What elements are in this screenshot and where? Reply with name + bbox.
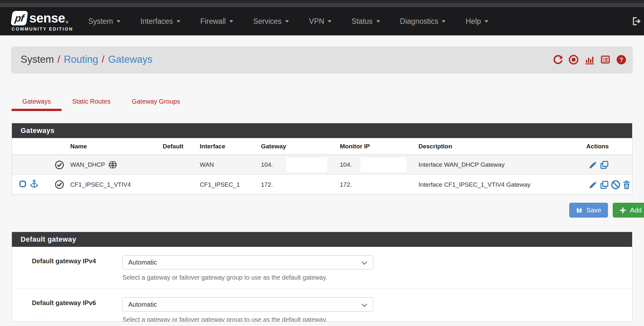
breadcrumb-separator: / [54,54,64,65]
breadcrumb: System / Routing / Gateways [21,54,152,65]
caret-down-icon [328,20,332,23]
col-actions: Actions [584,138,632,154]
default-gateway-ipv6-label: Default gateway IPv6 [32,299,96,307]
anchor-icon [30,179,39,190]
ban-icon[interactable] [611,180,620,190]
caret-down-icon [285,20,289,23]
col-description: Description [415,138,584,154]
gateway-ip: 172. [261,181,273,188]
col-name: Name [68,138,160,154]
menu-services[interactable]: Services [243,7,299,35]
ipv6-help-text: Select a gateway or failover gateway gro… [122,316,327,322]
description-cell: Interface CF1_IPSEC_1_VTIV4 Gateway [415,175,584,194]
table-row-wan-dhcp: WAN_DHCP WAN 104. 104. Interface WAN_DHC… [12,155,632,174]
chevron-down-icon [362,259,367,265]
ipv4-help-text: Select a gateway or failover gateway gro… [122,274,327,281]
top-navbar: pf sense ® COMMUNITY EDITION System Inte… [0,7,644,35]
default-cell [160,155,197,174]
monitor-ip: 172. [340,181,352,188]
default-gateway-ipv6-select[interactable]: Automatic [122,297,373,312]
menu-firewall[interactable]: Firewall [190,7,243,35]
main-menu: System Interfaces Firewall Services VPN … [78,7,498,35]
trash-icon[interactable] [622,180,631,190]
menu-status[interactable]: Status [341,7,390,35]
default-gateway-panel-title: Default gateway [12,232,632,247]
tab-static-routes[interactable]: Static Routes [62,94,121,111]
form-row-ipv4: Default gateway IPv4 Automatic Select a … [12,247,632,288]
globe-icon [108,160,118,170]
breadcrumb-gateways-link[interactable]: Gateways [108,54,152,65]
log-icon[interactable] [600,54,610,65]
pfsense-logo[interactable]: pf sense ® COMMUNITY EDITION [12,11,73,32]
routing-tabs: Gateways Static Routes Gateway Groups [12,94,191,111]
caret-down-icon [177,20,180,23]
redaction-box [360,158,406,172]
col-default: Default [160,138,197,154]
default-gateway-ipv4-select[interactable]: Automatic [122,255,373,269]
col-interface: Interface [197,138,258,154]
menu-help[interactable]: Help [456,7,498,35]
gateway-name: CF1_IPSEC_1_VTIV4 [70,181,131,188]
gateways-actions-row: Save Add [12,203,644,218]
gateways-panel-title: Gateways [12,123,632,138]
check-circle-icon [50,155,68,174]
window-chrome-strip-2 [0,3,644,7]
gateways-table-header: Name Default Interface Gateway Monitor I… [12,138,632,155]
breadcrumb-routing-link[interactable]: Routing [64,54,98,65]
check-circle-icon [50,175,68,194]
window-chrome-strip [0,0,644,3]
refresh-icon[interactable] [553,55,563,65]
breadcrumb-bar: System / Routing / Gateways ? [12,47,632,72]
gateway-ip: 104. [261,161,273,168]
caret-down-icon [117,20,120,23]
chevron-down-icon [362,302,367,307]
caret-down-icon [485,20,488,23]
breadcrumb-system: System [21,54,54,65]
col-monitor-ip: Monitor IP [337,138,415,154]
page-shortcut-icons: ? [553,54,627,65]
community-edition-label: COMMUNITY EDITION [12,26,73,32]
edit-icon[interactable] [588,180,598,190]
caret-down-icon [229,20,233,23]
default-cell [160,175,197,194]
menu-vpn[interactable]: VPN [299,7,341,35]
add-button[interactable]: Add [613,203,644,218]
registered-mark: ® [66,20,68,24]
interface-cell: CF1_IPSEC_1 [197,175,258,194]
gateway-name: WAN_DHCP [70,161,105,168]
pf-logo-box: pf [11,11,28,25]
svg-text:?: ? [619,56,623,63]
caret-down-icon [376,20,380,23]
edit-icon[interactable] [588,160,598,170]
copy-icon[interactable] [600,180,609,190]
monitor-ip: 104. [340,161,352,168]
plus-icon [619,207,627,214]
col-gateway: Gateway [258,138,337,154]
table-row-cf1-ipsec: CF1_IPSEC_1_VTIV4 CF1_IPSEC_1 172. 172. … [12,174,632,194]
sign-out-icon[interactable] [631,16,641,26]
redaction-box [286,158,327,172]
stop-circle-icon[interactable] [568,54,579,65]
save-button[interactable]: Save [569,203,608,218]
save-icon [576,207,583,214]
bar-chart-icon[interactable] [584,54,595,65]
tab-gateways[interactable]: Gateways [12,94,62,111]
interface-cell: WAN [197,155,258,174]
menu-diagnostics[interactable]: Diagnostics [390,7,456,35]
breadcrumb-separator: / [98,54,108,65]
default-gateway-ipv4-label: Default gateway IPv4 [32,257,96,265]
default-gateway-panel: Default gateway Default gateway IPv4 Aut… [12,232,632,322]
tab-gateway-groups[interactable]: Gateway Groups [121,94,191,111]
description-cell: Interface WAN_DHCP Gateway [415,155,584,174]
copy-icon[interactable] [600,160,609,170]
menu-system[interactable]: System [78,7,130,35]
form-row-ipv6: Default gateway IPv6 Automatic Select a … [12,288,632,322]
menu-interfaces[interactable]: Interfaces [130,7,190,35]
square-icon [19,180,27,190]
gateways-panel: Gateways Name Default Interface Gateway … [12,123,632,195]
caret-down-icon [442,20,446,23]
help-icon[interactable]: ? [616,54,627,65]
pf-logo-text: pf [14,13,24,24]
sense-logo-text: sense [29,11,65,25]
